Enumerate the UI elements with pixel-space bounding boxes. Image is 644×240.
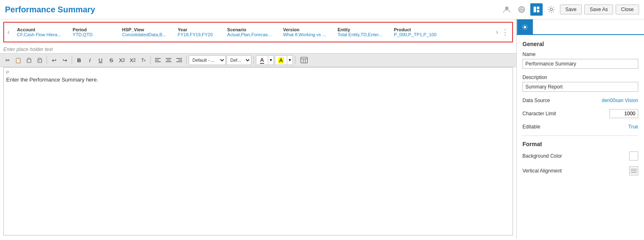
page-title: Performance Summary xyxy=(5,5,95,14)
panel-body: General Name Description Data Source den… xyxy=(517,35,644,185)
general-section-title: General xyxy=(522,41,638,47)
copy-button[interactable]: 📋 xyxy=(13,55,23,65)
name-field: Name xyxy=(522,51,638,69)
character-limit-label: Character Limit xyxy=(522,111,556,117)
header-actions: Save Save As Close xyxy=(501,3,639,16)
svg-point-3 xyxy=(521,9,522,10)
settings-icon-btn[interactable] xyxy=(545,3,557,16)
bold-button[interactable]: B xyxy=(74,55,84,65)
strikethrough-button[interactable]: S xyxy=(106,55,116,65)
underline-button[interactable]: U xyxy=(96,55,105,65)
editor-area[interactable]: P Enter the Performance Summary here. xyxy=(3,67,513,235)
properties-tab[interactable] xyxy=(517,19,533,34)
target-icon-btn[interactable] xyxy=(515,3,528,16)
align-right-button[interactable] xyxy=(174,55,184,65)
pov-item-product[interactable]: Product P_000,P_TP1,P_100 xyxy=(388,26,442,39)
pov-entity-value: Total Entity,TD,Enter... xyxy=(337,32,382,37)
svg-point-0 xyxy=(505,7,508,10)
pov-item-account[interactable]: Account CF,Cash Flow Hiera... xyxy=(11,26,67,39)
character-limit-input[interactable] xyxy=(609,109,638,118)
pov-year-label: Year xyxy=(178,27,215,32)
pov-item-year[interactable]: Year FY18,FY19,FY20 xyxy=(172,26,221,39)
right-panel: General Name Description Data Source den… xyxy=(516,19,644,239)
user-icon-btn[interactable] xyxy=(501,3,513,16)
pov-items: Account CF,Cash Flow Hiera... Period YTD… xyxy=(11,26,494,39)
svg-rect-6 xyxy=(537,10,539,12)
data-source-value: den00san Vision xyxy=(602,98,638,103)
pov-period-value: YTD,QTD xyxy=(73,32,110,37)
pov-hspview-label: HSP_View xyxy=(122,27,166,32)
toolbar-divider-4 xyxy=(186,56,187,64)
pov-account-value: CF,Cash Flow Hiera... xyxy=(17,32,61,37)
paste-button[interactable] xyxy=(24,55,34,65)
toolbar-divider-6 xyxy=(295,56,295,64)
svg-rect-4 xyxy=(534,7,536,12)
svg-rect-22 xyxy=(301,57,307,63)
editor-content[interactable]: Enter the Performance Summary here. xyxy=(6,77,510,83)
table-button[interactable] xyxy=(297,55,311,65)
text-color-group: A ▼ xyxy=(256,55,274,65)
pov-product-label: Product xyxy=(394,27,436,32)
pov-version-value: What If,Working vs ... xyxy=(283,32,326,37)
save-as-button[interactable]: Save As xyxy=(584,5,613,14)
pov-year-value: FY18,FY19,FY20 xyxy=(178,32,215,37)
pov-next-arrow[interactable]: › xyxy=(494,28,500,36)
bg-color-swatch[interactable] xyxy=(629,151,638,161)
pov-scenario-value: Actual,Plan,Forecas... xyxy=(227,32,272,37)
top-header: Performance Summary Save Save As Close xyxy=(0,0,644,19)
vertical-align-label: Vertical Alignment xyxy=(522,168,562,174)
close-button[interactable]: Close xyxy=(616,5,639,14)
pov-prev-arrow[interactable]: ‹ xyxy=(6,28,11,36)
font-family-select[interactable]: Def... xyxy=(227,55,251,65)
text-color-button[interactable]: A xyxy=(256,55,268,65)
description-field: Description xyxy=(522,75,638,92)
toolbar-divider-2 xyxy=(72,56,72,64)
pov-entity-label: Entity xyxy=(337,27,382,32)
layout-icon-btn[interactable] xyxy=(530,3,543,16)
bg-color-button[interactable]: A xyxy=(275,55,287,65)
bg-color-label: Background Color xyxy=(522,153,562,159)
name-input[interactable] xyxy=(522,59,638,69)
vertical-align-row: Vertical Alignment xyxy=(522,166,638,175)
italic-button[interactable]: I xyxy=(85,55,95,65)
main-layout: ‹ Account CF,Cash Flow Hiera... Period Y… xyxy=(0,19,644,239)
save-button[interactable]: Save xyxy=(560,5,582,14)
pov-item-entity[interactable]: Entity Total Entity,TD,Enter... xyxy=(332,26,388,39)
svg-point-7 xyxy=(550,8,553,11)
editor-toolbar: ✂ 📋 T ↩ ↪ B I U S xyxy=(0,53,516,67)
pov-version-label: Version xyxy=(283,27,326,32)
description-input[interactable] xyxy=(522,82,638,92)
superscript-button[interactable]: X2 xyxy=(128,55,138,65)
pov-period-label: Period xyxy=(73,27,110,32)
content-area: ‹ Account CF,Cash Flow Hiera... Period Y… xyxy=(0,19,516,239)
bg-color-arrow[interactable]: ▼ xyxy=(287,55,293,65)
align-center-button[interactable] xyxy=(164,55,173,65)
bg-color-group: A ▼ xyxy=(275,55,293,65)
undo-button[interactable]: ↩ xyxy=(49,55,59,65)
svg-point-26 xyxy=(524,26,526,28)
section-divider xyxy=(522,135,638,136)
vertical-align-button[interactable] xyxy=(629,166,638,175)
editor-p-tag: P xyxy=(6,70,510,75)
align-left-button[interactable] xyxy=(153,55,163,65)
pov-item-hspview[interactable]: HSP_View ConsolidatedData,B... xyxy=(116,26,172,39)
paste-special-button[interactable]: T xyxy=(35,55,44,65)
pov-product-value: P_000,P_TP1,P_100 xyxy=(394,32,436,37)
svg-rect-5 xyxy=(537,7,539,9)
pov-item-scenario[interactable]: Scenario Actual,Plan,Forecas... xyxy=(221,26,277,39)
pov-bar: ‹ Account CF,Cash Flow Hiera... Period Y… xyxy=(3,22,513,42)
pov-item-period[interactable]: Period YTD,QTD xyxy=(67,26,116,39)
subscript-button[interactable]: X2 xyxy=(117,55,127,65)
font-size-select[interactable]: Default - ... xyxy=(189,55,226,65)
redo-button[interactable]: ↪ xyxy=(60,55,70,65)
svg-rect-9 xyxy=(28,58,30,59)
pov-more-button[interactable]: ⋮ xyxy=(500,28,511,37)
toolbar-divider-5 xyxy=(253,56,254,64)
pov-item-version[interactable]: Version What If,Working vs ... xyxy=(277,26,332,39)
cut-button[interactable]: ✂ xyxy=(2,55,12,65)
data-source-label: Data Source xyxy=(522,98,550,103)
toolbar-divider-1 xyxy=(47,56,47,64)
text-color-arrow[interactable]: ▼ xyxy=(268,55,274,65)
svg-rect-11 xyxy=(39,58,41,59)
remove-format-button[interactable]: Tx xyxy=(138,55,148,65)
